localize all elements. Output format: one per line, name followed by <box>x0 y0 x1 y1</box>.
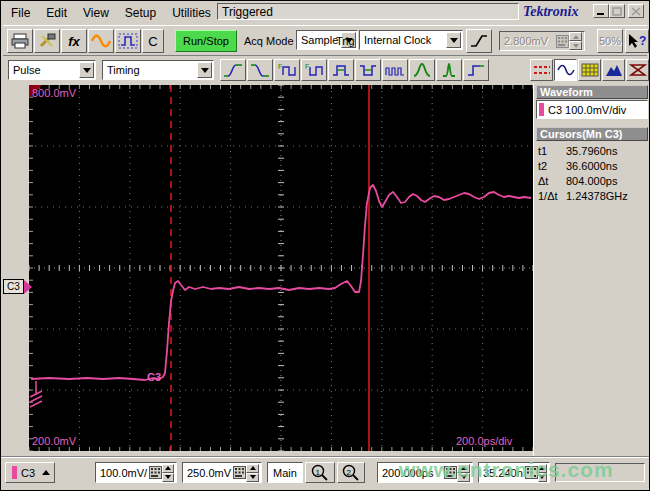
trigger-source-select[interactable]: Internal Clock <box>359 30 463 50</box>
readout-sidebar: Waveform C3 100.0mV/div Cursors(Mn C3) t… <box>533 83 650 456</box>
trigger-level-field: 2.800mV <box>499 31 585 51</box>
measure-burst-button[interactable] <box>382 59 408 81</box>
chevron-down-icon[interactable] <box>197 62 212 78</box>
waveform-list-entry[interactable]: C3 100.0mV/div <box>536 100 648 119</box>
keypad-icon[interactable] <box>444 466 457 479</box>
measure-pos-width-button[interactable] <box>328 59 354 81</box>
horizontal-position-field[interactable]: 35.240n <box>478 462 550 483</box>
scope-display-area: 800.0mV 200.0mV 200.0ps/div C3 C3 <box>1 83 533 456</box>
minimize-button[interactable] <box>593 4 609 18</box>
status-recess <box>555 463 645 482</box>
display-grid-button[interactable] <box>578 59 601 81</box>
cursor-waveform-button[interactable] <box>554 59 577 81</box>
run-stop-button[interactable]: Run/Stop <box>175 30 237 52</box>
waveform-panel-header: Waveform <box>536 85 648 99</box>
bottom-control-bar: C3 100.0mV/ 250.0mV Main 1 2 200.000ps <box>1 456 650 491</box>
trace-channel-label: C3 <box>147 371 161 383</box>
main-toolbar: fx C Run/Stop Acq Mode Sample Trig Inter… <box>3 25 647 55</box>
eye-mask-button[interactable] <box>626 59 649 81</box>
channel-color-chip <box>539 103 544 116</box>
keypad-icon[interactable] <box>233 466 246 479</box>
tools-button[interactable] <box>34 29 60 53</box>
measure-peak-wide-button[interactable] <box>409 59 435 81</box>
svg-text:2: 2 <box>347 468 352 477</box>
svg-text:1: 1 <box>316 468 321 477</box>
measure-peak-narrow-button[interactable] <box>436 59 462 81</box>
graticule[interactable] <box>29 85 533 451</box>
channel-selector-button[interactable]: C3 <box>5 462 55 483</box>
trig-label: Trig <box>336 35 355 47</box>
trigger-slope-button[interactable] <box>466 29 492 53</box>
keypad-icon[interactable] <box>149 466 162 479</box>
readout-delta-t: Δt804.000ps <box>538 175 648 190</box>
vertical-scale-field[interactable]: 100.0mV/ <box>95 462 177 483</box>
keypad-icon[interactable] <box>525 466 538 479</box>
print-button[interactable] <box>7 29 33 53</box>
menu-view[interactable]: View <box>75 4 117 22</box>
measure-rise-time-button[interactable] <box>220 59 246 81</box>
cursor-hbars-button[interactable] <box>530 59 553 81</box>
svg-text:?: ? <box>639 34 646 48</box>
vertical-offset-field[interactable]: 250.0mV <box>182 462 262 483</box>
magnifier-1-icon: 1 <box>310 464 330 481</box>
measure-period-button[interactable]: F <box>301 59 327 81</box>
measure-frequency-button[interactable]: F <box>274 59 300 81</box>
chevron-down-icon[interactable] <box>446 32 461 48</box>
menu-edit[interactable]: Edit <box>38 4 75 22</box>
cursors-panel-header: Cursors(Mn C3) <box>536 127 648 141</box>
channel-arrow-icon <box>24 280 32 294</box>
clear-button[interactable]: C <box>142 29 164 53</box>
channel-position-marker[interactable]: C3 <box>3 279 32 294</box>
tektronix-logo: Tektronix <box>523 4 579 20</box>
menu-utilities[interactable]: Utilities <box>164 4 219 22</box>
horizontal-scale-field[interactable]: 200.000ps <box>377 462 473 483</box>
measure-group-select[interactable]: Timing <box>102 60 214 80</box>
vertical-bottom-label: 200.0mV <box>32 435 76 447</box>
chevron-down-icon[interactable] <box>79 62 94 78</box>
measure-neg-width-button[interactable] <box>355 59 381 81</box>
svg-text:F: F <box>305 63 309 70</box>
close-button[interactable] <box>628 4 644 18</box>
menu-setup[interactable]: Setup <box>117 4 164 22</box>
pulse-mask-button[interactable] <box>115 29 141 53</box>
magnifier-2-icon: 2 <box>341 464 361 481</box>
up-arrow-icon <box>42 470 50 475</box>
horizontal-scale-stepper[interactable] <box>457 464 470 482</box>
readout-inverse-delta-t: 1/Δt1.24378GHz <box>538 190 648 205</box>
trigger-status: Triggered <box>217 3 519 20</box>
fx-math-button[interactable]: fx <box>61 29 87 53</box>
measure-settle-button[interactable] <box>463 59 489 81</box>
svg-text:F: F <box>278 63 282 70</box>
readout-t2: t236.6000ns <box>538 160 648 175</box>
readout-t1: t135.7960ns <box>538 145 648 160</box>
waveform-button[interactable] <box>88 29 114 53</box>
vertical-offset-stepper[interactable] <box>246 464 259 482</box>
zoom2-button[interactable]: 2 <box>337 462 365 483</box>
channel-color-chip <box>12 466 17 479</box>
horizontal-position-stepper[interactable] <box>538 464 547 482</box>
set-50pct-button: 50% <box>597 29 623 53</box>
maximize-button[interactable] <box>609 4 625 18</box>
menu-file[interactable]: File <box>3 4 38 22</box>
vertical-scale-stepper[interactable] <box>162 464 174 482</box>
timebase-main-button[interactable]: Main <box>267 462 303 483</box>
zoom1-button[interactable]: 1 <box>305 462 335 483</box>
horizontal-scale-label: 200.0ps/div <box>456 435 512 447</box>
keypad-icon <box>556 35 569 48</box>
help-pointer-button[interactable]: ? <box>625 29 649 53</box>
trigger-level-stepper[interactable] <box>569 32 582 50</box>
measurement-toolbar: Pulse Timing F F <box>3 55 647 83</box>
measure-fall-time-button[interactable] <box>247 59 273 81</box>
acq-mode-label: Acq Mode <box>244 35 294 47</box>
measure-category-select[interactable]: Pulse <box>8 60 96 80</box>
oscilloscope-app-window: File Edit View Setup Utilities Help Trig… <box>0 0 650 491</box>
vertical-top-label: 800.0mV <box>32 87 76 99</box>
histogram-button[interactable] <box>602 59 625 81</box>
